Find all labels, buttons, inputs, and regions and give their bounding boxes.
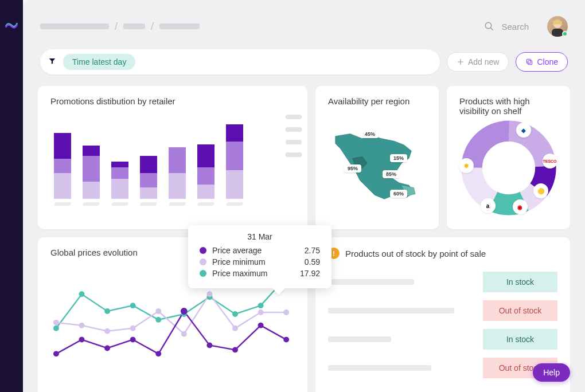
stock-row: In stock [328, 329, 557, 350]
svg-line-1 [491, 28, 494, 30]
svg-rect-5 [527, 59, 531, 63]
add-new-button[interactable]: Add new [447, 52, 509, 72]
svg-point-16 [155, 317, 161, 323]
mexico-map[interactable]: 45% 15% 95% 85% 60% [328, 114, 426, 217]
svg-point-33 [79, 337, 85, 343]
svg-point-22 [53, 320, 59, 326]
card-promotions: Promotions distibution by retailer [38, 86, 307, 229]
chart-tooltip: 31 Mar Price average2.75 Price minimum0.… [188, 225, 332, 288]
svg-point-27 [181, 331, 187, 337]
prices-line-chart[interactable]: 31 Mar Price average2.75 Price minimum0.… [50, 265, 295, 363]
card-prices: Global prices evolution [38, 237, 307, 392]
svg-point-34 [104, 345, 110, 351]
filter-icon[interactable] [48, 57, 56, 67]
svg-point-15 [130, 303, 136, 308]
map-label: 15% [390, 154, 407, 162]
breadcrumb-separator: / [151, 21, 154, 33]
stock-badge-out: Out of stock [483, 300, 557, 321]
filter-bar: Time latest day [40, 49, 440, 75]
svg-rect-3 [552, 29, 563, 37]
svg-point-38 [206, 343, 212, 348]
svg-point-25 [130, 326, 136, 331]
search-placeholder: Search [501, 22, 529, 32]
breadcrumb-item[interactable] [159, 23, 200, 29]
brand-carrefour-icon: ◆ [516, 123, 531, 138]
logo [5, 17, 18, 31]
help-button[interactable]: Help [533, 363, 570, 382]
stock-row: In stock [328, 272, 557, 292]
svg-point-26 [155, 308, 161, 314]
svg-point-41 [283, 337, 289, 343]
brand-tesco-icon: TESCO [543, 154, 557, 168]
svg-point-31 [283, 309, 289, 315]
card-visibility: Products with high visibility on shelf ◆… [447, 86, 570, 229]
promotions-bar-chart[interactable] [50, 114, 295, 206]
dashboard-grid: Promotions distibution by retailer Avail… [23, 81, 585, 392]
svg-point-24 [104, 328, 110, 334]
brand-target-icon: ◉ [513, 199, 528, 214]
map-label: 45% [361, 130, 379, 138]
breadcrumb-separator: / [115, 21, 118, 33]
svg-point-19 [232, 311, 238, 317]
card-stock: ! Products out of stock by point of sale… [315, 237, 570, 392]
breadcrumb-item[interactable] [123, 23, 145, 29]
map-label: 95% [344, 164, 361, 173]
card-title: Products with high visibility on shelf [459, 96, 557, 116]
clone-button[interactable]: Clone [516, 52, 568, 72]
donut-chart[interactable]: ◆ TESCO 🟡 ◉ a ✱ [460, 119, 557, 217]
svg-point-13 [79, 291, 85, 297]
map-label: 60% [390, 190, 407, 198]
stock-badge-in: In stock [483, 329, 557, 350]
search-icon [484, 21, 494, 32]
svg-point-12 [53, 326, 59, 331]
card-title: Availability per region [328, 96, 426, 106]
svg-rect-4 [528, 61, 532, 65]
stock-badge-in: In stock [483, 272, 557, 292]
svg-point-20 [258, 303, 264, 308]
svg-point-23 [79, 323, 85, 328]
copy-icon [525, 58, 533, 66]
avatar[interactable] [547, 16, 568, 37]
brand-amazon-icon: a [481, 198, 496, 213]
topbar: / / Search [23, 0, 585, 42]
status-dot-online [562, 31, 568, 37]
brand-walmart-icon: ✱ [459, 158, 474, 173]
svg-point-35 [130, 337, 136, 343]
add-new-label: Add new [468, 57, 499, 66]
card-availability: Availability per region 45% 15% 95% 85% … [315, 86, 439, 229]
toolbar: Time latest day Add new Clone [23, 42, 585, 81]
tooltip-date: 31 Mar [200, 232, 320, 241]
legend-placeholder [286, 115, 302, 157]
card-title: Promotions distibution by retailer [50, 96, 295, 106]
svg-point-28 [206, 291, 212, 297]
svg-point-14 [104, 308, 110, 314]
search[interactable]: Search [484, 21, 529, 32]
clone-label: Clone [537, 57, 558, 66]
main-panel: / / Search Time latest day [23, 0, 585, 392]
map-label: 85% [383, 170, 400, 178]
svg-point-40 [258, 323, 264, 328]
card-title: Products out of stock by point of sale [345, 249, 486, 258]
svg-point-30 [258, 309, 264, 315]
stock-row: Out of stock [328, 358, 557, 378]
sidebar [0, 0, 23, 392]
svg-point-37 [181, 308, 188, 315]
svg-point-29 [232, 326, 238, 331]
filter-chip-time[interactable]: Time latest day [63, 54, 135, 70]
plus-icon [457, 58, 465, 66]
svg-point-36 [155, 351, 161, 356]
svg-point-39 [232, 347, 238, 352]
svg-point-32 [53, 351, 59, 356]
breadcrumb-item[interactable] [40, 23, 109, 29]
brand-lidl-icon: 🟡 [533, 183, 548, 198]
breadcrumb: / / [40, 21, 477, 33]
svg-point-0 [486, 22, 492, 29]
stock-row: Out of stock [328, 300, 557, 321]
